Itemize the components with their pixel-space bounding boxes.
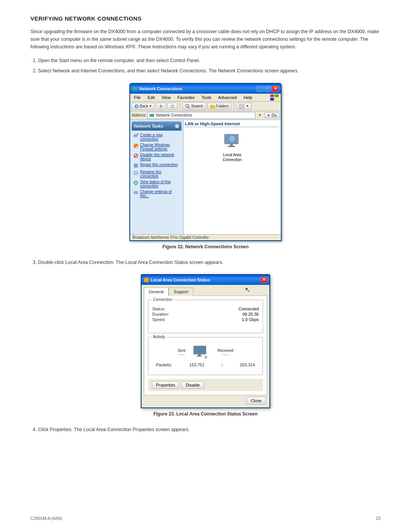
- packets-label: Packets:: [156, 363, 172, 367]
- properties-button[interactable]: Properties: [152, 381, 179, 389]
- folders-icon: [210, 104, 215, 109]
- address-label: Address: [132, 113, 146, 117]
- lac-tab-content: Connection Status: Connected Duration: 0…: [144, 296, 267, 395]
- folders-label: Folders: [216, 104, 229, 108]
- svg-rect-23: [134, 134, 137, 137]
- windows-logo-icon: [270, 94, 279, 101]
- sidebar-toggle-icon[interactable]: ⊗: [175, 123, 179, 129]
- intro-text: Since upgrading the firmware on the DX40…: [30, 28, 381, 51]
- nc-view-button[interactable]: ▼: [236, 103, 252, 110]
- task-create-connection[interactable]: Create a new connection: [133, 132, 180, 142]
- task-view-status[interactable]: View status of this connection: [133, 179, 180, 189]
- disable-device-icon: [133, 153, 139, 158]
- svg-rect-19: [239, 107, 241, 109]
- task-status-text: View status of this connection: [140, 180, 180, 188]
- nc-menu-advanced[interactable]: Advanced: [217, 94, 238, 101]
- figure-22-container: Network Connections _ □ ✕ File Edit View…: [30, 83, 381, 249]
- toolbar-separator-2: [234, 102, 234, 110]
- packets-row: Packets: 153,751 | 203,314: [152, 362, 259, 368]
- nc-sidebar-header: Network Tasks ⊗: [132, 121, 182, 131]
- svg-rect-1: [134, 89, 136, 90]
- nc-close-button[interactable]: ✕: [272, 86, 279, 92]
- figure-23-caption: Figure 23. Local Area Connection Status …: [153, 411, 258, 417]
- nc-addressbar: Address Network Connections ▼ Go: [130, 111, 281, 120]
- task-firewall-text: Change Windows Firewall settings: [140, 143, 180, 151]
- svg-rect-37: [134, 191, 138, 194]
- forward-icon: [159, 104, 163, 109]
- lac-tab-support[interactable]: Support: [169, 288, 193, 296]
- svg-rect-18: [242, 104, 244, 106]
- lac-tab-general[interactable]: General: [144, 288, 169, 296]
- activity-section-label: Activity: [151, 335, 167, 339]
- nc-maximize-button[interactable]: □: [264, 86, 271, 92]
- task-change-firewall[interactable]: 🔥 Change Windows Firewall settings: [133, 142, 180, 152]
- nc-main-area: LAN or High-Speed Internet: [183, 120, 281, 234]
- lac-tab-area: General Support ↖: [142, 285, 269, 296]
- svg-rect-5: [270, 98, 274, 101]
- svg-rect-2: [134, 90, 137, 91]
- step-4: Click Properties. The Local Area Connect…: [38, 426, 381, 434]
- activity-row: Sent ——: [152, 343, 259, 362]
- figure-23-container: ! Local Area Connection Status ✕ General…: [30, 274, 381, 417]
- nc-back-button[interactable]: Back ▼: [132, 103, 155, 110]
- task-change-settings[interactable]: Change settings of this...: [133, 189, 180, 199]
- disable-button[interactable]: Disable: [182, 381, 204, 389]
- nc-minimize-button[interactable]: _: [256, 86, 263, 92]
- nc-search-button[interactable]: Search: [182, 102, 206, 110]
- nc-titlebar-buttons[interactable]: _ □ ✕: [256, 86, 279, 92]
- nc-menu-view[interactable]: View: [160, 94, 172, 101]
- figure-22-caption: Figure 22. Network Connections Screen: [162, 244, 249, 249]
- status-row: Status: Connected: [152, 306, 259, 312]
- task-disable-device[interactable]: Disable this network device: [133, 152, 180, 162]
- nc-title-text: Network Connections: [139, 86, 182, 91]
- search-label: Search: [191, 104, 203, 108]
- go-button[interactable]: Go: [264, 112, 279, 118]
- nc-sidebar-content: Create a new connection 🔥 Change Windows…: [132, 131, 182, 200]
- svg-rect-16: [210, 105, 212, 106]
- received-label: Received: [217, 348, 233, 353]
- step-list-4: Click Properties. The Local Area Connect…: [38, 426, 381, 434]
- svg-rect-20: [242, 107, 244, 109]
- speed-label: Speed:: [152, 317, 166, 322]
- svg-rect-40: [230, 144, 233, 146]
- step-list-3: Double-click Local Area Connection. The …: [38, 259, 381, 267]
- nc-forward-button[interactable]: [156, 103, 166, 110]
- task-rename-connection[interactable]: Rename this connection: [133, 169, 180, 179]
- back-dropdown-icon: ▼: [149, 104, 152, 108]
- go-icon: [267, 113, 271, 117]
- nc-titlebar: Network Connections _ □ ✕: [130, 84, 281, 94]
- activity-section: Activity Sent ——: [148, 337, 263, 375]
- nc-up-button[interactable]: [167, 103, 177, 110]
- connection-icon-area: Local AreaConnection: [185, 130, 279, 166]
- svg-rect-49: [197, 356, 202, 356]
- nc-folders-button[interactable]: Folders: [207, 103, 231, 110]
- back-icon: [134, 104, 139, 109]
- change-settings-icon: [133, 190, 139, 195]
- nc-menu-tools[interactable]: Tools: [200, 94, 213, 101]
- address-input[interactable]: Network Connections: [147, 112, 255, 119]
- address-value: Network Connections: [156, 113, 192, 117]
- lac-titlebar: ! Local Area Connection Status ✕: [142, 275, 269, 285]
- svg-point-36: [135, 182, 137, 184]
- nc-menu-edit[interactable]: Edit: [146, 94, 156, 101]
- lac-titlebar-buttons[interactable]: ✕: [260, 277, 267, 283]
- nc-statusbar: Broadcom NetXtreme 57xx Gigabit Controll…: [130, 234, 281, 240]
- lac-tabs: General Support: [142, 285, 269, 296]
- received-col: Received ——: [217, 348, 233, 356]
- task-rename-text: Rename this connection: [140, 170, 180, 178]
- duration-label: Duration:: [152, 312, 169, 316]
- svg-point-25: [137, 133, 139, 135]
- nc-title: Network Connections: [132, 86, 182, 91]
- back-label: Back: [140, 104, 148, 108]
- go-label: Go: [272, 113, 277, 117]
- nc-menu-help[interactable]: Help: [242, 94, 254, 101]
- task-repair-connection[interactable]: 🔧 Repair this connection: [133, 162, 180, 169]
- activity-network-icon: [193, 346, 210, 359]
- nc-toolbar: Back ▼ Search Folders: [130, 102, 281, 111]
- nc-menu-favorites[interactable]: Favorites: [176, 94, 196, 101]
- nc-menu-file[interactable]: File: [132, 94, 142, 101]
- lac-close-button[interactable]: ✕: [260, 277, 267, 283]
- nc-sidebar: Network Tasks ⊗ Create a new connection: [130, 120, 183, 234]
- nc-main-header: LAN or High-Speed Internet: [185, 121, 279, 127]
- close-button[interactable]: Close: [247, 397, 266, 404]
